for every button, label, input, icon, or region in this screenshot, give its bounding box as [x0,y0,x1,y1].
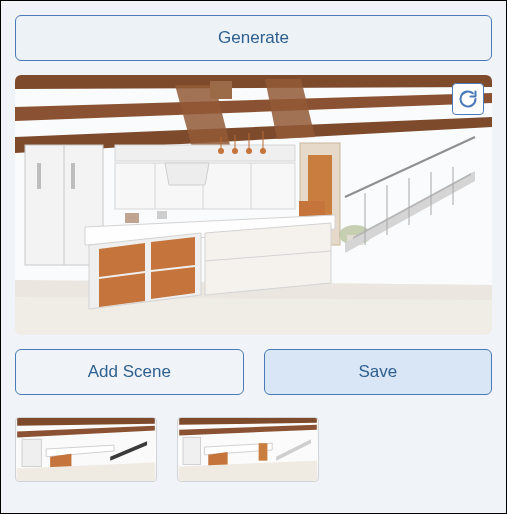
svg-rect-48 [125,213,139,223]
thumbnail-1[interactable] [15,417,157,482]
svg-marker-44 [99,243,145,277]
svg-marker-3 [15,75,492,89]
refresh-icon [458,89,478,109]
save-button[interactable]: Save [264,349,493,395]
svg-rect-11 [37,163,41,189]
add-scene-button[interactable]: Add Scene [15,349,244,395]
thumbnail-2[interactable] [177,417,319,482]
svg-rect-53 [22,439,41,466]
svg-rect-13 [115,145,295,161]
svg-rect-12 [71,163,75,189]
svg-marker-18 [165,163,209,185]
canvas-area [15,75,492,335]
svg-rect-8 [210,81,232,99]
svg-rect-49 [157,211,167,219]
svg-marker-46 [99,273,145,307]
refresh-button[interactable] [452,83,484,115]
generate-button[interactable]: Generate [15,15,492,61]
svg-rect-61 [183,437,200,464]
svg-rect-64 [259,443,268,460]
svg-marker-45 [151,237,195,270]
kitchen-illustration [15,75,492,335]
